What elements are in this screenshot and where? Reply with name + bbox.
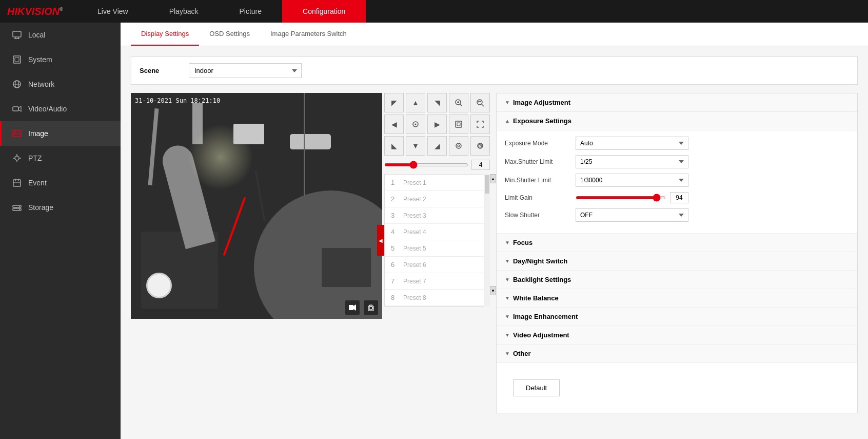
preset-item-5[interactable]: 5 Preset 5 (385, 240, 489, 257)
max-shutter-row: Max.Shutter Limit 1/25 1/30 1/50 1/60 1/… (505, 155, 849, 168)
sidebar-item-system[interactable]: System (0, 47, 121, 72)
right-panel: ▼ Image Adjustment ▲ Exposure Settings E… (496, 93, 858, 413)
scene-row: Scene Indoor Outdoor Morning/Evening Nig… (131, 56, 858, 85)
white-balance-header[interactable]: ▼ White Balance (497, 289, 857, 308)
svg-rect-38 (456, 121, 462, 127)
default-section: Default (497, 363, 857, 413)
image-adjustment-chevron: ▼ (505, 100, 510, 105)
svg-rect-4 (13, 56, 21, 63)
sidebar-item-network[interactable]: Network (0, 72, 121, 97)
svg-point-25 (19, 209, 20, 210)
preset-item-1[interactable]: 1 Preset 1 (385, 175, 489, 191)
svg-rect-26 (349, 305, 353, 310)
sidebar-system-label: System (28, 55, 52, 64)
backlight-chevron: ▼ (505, 277, 510, 282)
ptz-up[interactable]: ▲ (406, 93, 425, 112)
video-adjustment-header[interactable]: ▼ Video Adjustment (497, 326, 857, 345)
min-shutter-select[interactable]: 1/30000 1/10000 1/4000 1/2000 (576, 174, 688, 187)
svg-line-33 (460, 104, 462, 106)
day-night-chevron: ▼ (505, 258, 510, 264)
slow-shutter-label: Slow Shutter (505, 212, 571, 219)
ptz-down-left[interactable]: ◣ (384, 136, 404, 156)
preset-scroll-down[interactable]: ▼ (490, 286, 496, 295)
ptz-focus-near[interactable] (449, 136, 468, 156)
system-icon (12, 54, 22, 65)
svg-point-13 (15, 156, 19, 160)
image-adjustment-title: Image Adjustment (513, 99, 570, 106)
tab-display-settings[interactable]: Display Settings (131, 23, 199, 46)
ptz-up-right[interactable]: ◥ (427, 93, 447, 112)
ptz-center[interactable] (406, 114, 425, 134)
preset-item-4[interactable]: 4 Preset 4 (385, 224, 489, 240)
max-shutter-select[interactable]: 1/25 1/30 1/50 1/60 1/100 (576, 155, 688, 168)
sidebar-image-label: Image (28, 129, 48, 138)
sidebar: Local System Network Video/Audio Image (0, 23, 121, 439)
image-enhancement-header[interactable]: ▼ Image Enhancement (497, 308, 857, 326)
ptz-row-mid: ◀ ▶ (384, 114, 490, 134)
camera-snapshot-button[interactable] (364, 300, 378, 315)
other-header[interactable]: ▼ Other (497, 345, 857, 363)
image-enhancement-chevron: ▼ (505, 314, 510, 319)
day-night-header[interactable]: ▼ Day/Night Switch (497, 252, 857, 271)
sidebar-ptz-label: PTZ (28, 154, 42, 162)
nav-configuration[interactable]: Configuration (282, 0, 366, 23)
preset-item-7[interactable]: 7 Preset 7 (385, 273, 489, 290)
nav-playback[interactable]: Playback (149, 0, 219, 23)
ptz-zoom-reset[interactable] (470, 93, 490, 112)
sidebar-item-event[interactable]: Event (0, 170, 121, 195)
exposure-mode-row: Exposure Mode Auto Iris Priority Shutter… (505, 137, 849, 150)
preset-list: 1 Preset 1 2 Preset 2 3 (385, 175, 489, 306)
image-adjustment-header[interactable]: ▼ Image Adjustment (497, 93, 857, 112)
ptz-down-right[interactable]: ◢ (427, 136, 447, 156)
sidebar-item-image[interactable]: Image (0, 121, 121, 146)
exposure-settings-header[interactable]: ▲ Exposure Settings (497, 112, 857, 130)
svg-point-34 (477, 100, 482, 105)
preset-item-6[interactable]: 6 Preset 6 (385, 257, 489, 273)
ptz-up-left[interactable]: ◤ (384, 93, 404, 112)
tab-osd-settings[interactable]: OSD Settings (199, 23, 260, 46)
limit-gain-row: Limit Gain 94 (505, 192, 849, 203)
nav-picture[interactable]: Picture (219, 0, 282, 23)
top-navigation: HIKVISION® Live View Playback Picture Co… (0, 0, 868, 23)
sidebar-item-ptz[interactable]: PTZ (0, 146, 121, 170)
ptz-left[interactable]: ◀ (384, 114, 404, 134)
nav-live-view[interactable]: Live View (77, 0, 149, 23)
default-button[interactable]: Default (513, 379, 560, 396)
ptz-speed-slider[interactable] (384, 163, 468, 166)
preset-toggle[interactable]: ◀ (377, 225, 384, 256)
ptz-fullscreen[interactable] (470, 114, 490, 134)
svg-point-37 (415, 124, 417, 125)
logo-text: HIKVISION® (7, 6, 63, 17)
sidebar-item-local[interactable]: Local (0, 23, 121, 47)
camera-record-button[interactable] (345, 300, 360, 315)
focus-header[interactable]: ▼ Focus (497, 234, 857, 252)
tab-image-params[interactable]: Image Parameters Switch (260, 23, 357, 46)
scene-label: Scene (140, 67, 181, 74)
limit-gain-value: 94 (670, 192, 688, 203)
ptz-focus-far[interactable] (470, 136, 490, 156)
sidebar-item-video-audio[interactable]: Video/Audio (0, 97, 121, 121)
monitor-icon (12, 30, 22, 40)
preset-item-3[interactable]: 3 Preset 3 (385, 207, 489, 224)
ptz-frame[interactable] (449, 114, 468, 134)
ptz-speed-value: 4 (471, 160, 490, 170)
sidebar-item-storage[interactable]: Storage (0, 195, 121, 220)
limit-gain-slider[interactable] (576, 196, 666, 199)
sidebar-event-label: Event (28, 179, 47, 187)
slow-shutter-select[interactable]: OFF ON (576, 208, 688, 222)
ptz-right[interactable]: ▶ (427, 114, 447, 134)
ptz-down[interactable]: ▼ (406, 136, 425, 156)
ptz-slider-row: 4 (384, 160, 490, 170)
day-night-title: Day/Night Switch (513, 257, 567, 265)
nav-menu: Live View Playback Picture Configuration (77, 0, 868, 23)
preset-scroll-up[interactable]: ▲ (490, 174, 496, 183)
exposure-mode-select[interactable]: Auto Iris Priority Shutter Priority Manu… (576, 137, 688, 150)
ptz-zoom-in[interactable] (449, 93, 468, 112)
preset-item-2[interactable]: 2 Preset 2 (385, 191, 489, 207)
preset-item-8[interactable]: 8 Preset 8 (385, 290, 489, 306)
svg-rect-11 (13, 130, 21, 137)
focus-title: Focus (513, 239, 532, 246)
backlight-header[interactable]: ▼ Backlight Settings (497, 271, 857, 289)
scene-select[interactable]: Indoor Outdoor Morning/Evening Night (189, 63, 302, 78)
svg-rect-0 (13, 31, 21, 37)
